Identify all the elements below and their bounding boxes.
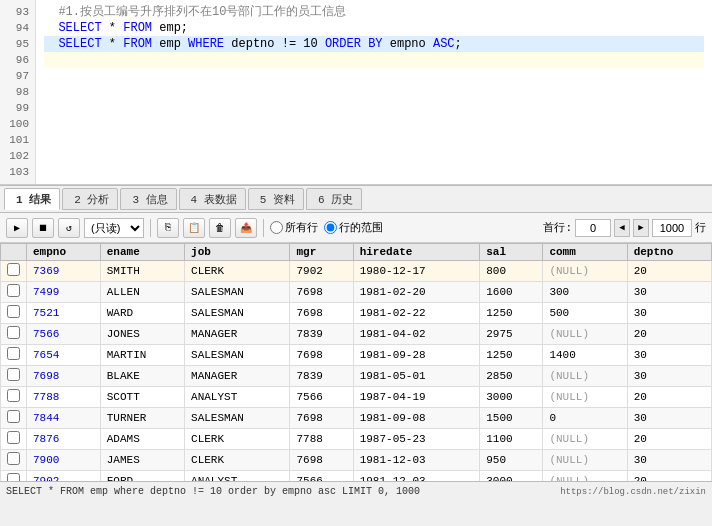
col-header-check[interactable] [1, 244, 27, 261]
cell-empno: 7654 [27, 345, 101, 366]
separator-1 [150, 219, 151, 237]
col-header-ename[interactable]: ename [100, 244, 184, 261]
toolbar-btn-copy[interactable]: ⎘ [157, 218, 179, 238]
col-header-deptno[interactable]: deptno [627, 244, 711, 261]
cell-deptno: 30 [627, 345, 711, 366]
toolbar-btn-paste[interactable]: 📋 [183, 218, 205, 238]
radio-range-input[interactable] [324, 221, 337, 234]
cell-job: ANALYST [185, 471, 290, 482]
cell-empno: 7521 [27, 303, 101, 324]
table-row[interactable]: 7900JAMESCLERK76981981-12-03950(NULL)30 [1, 450, 712, 471]
table-row[interactable]: 7369SMITHCLERK79021980-12-17800(NULL)20 [1, 261, 712, 282]
row-checkbox[interactable] [1, 366, 27, 387]
row-checkbox[interactable] [1, 408, 27, 429]
toolbar-btn-3[interactable]: ↺ [58, 218, 80, 238]
cell-ename: MARTIN [100, 345, 184, 366]
toolbar-btn-1[interactable]: ▶ [6, 218, 28, 238]
cell-deptno: 30 [627, 450, 711, 471]
col-header-empno[interactable]: empno [27, 244, 101, 261]
table-row[interactable]: 7788SCOTTANALYST75661987-04-193000(NULL)… [1, 387, 712, 408]
col-header-mgr[interactable]: mgr [290, 244, 353, 261]
row-checkbox[interactable] [1, 345, 27, 366]
row-checkbox[interactable] [1, 450, 27, 471]
col-header-comm[interactable]: comm [543, 244, 627, 261]
table-row[interactable]: 7499ALLENSALESMAN76981981-02-20160030030 [1, 282, 712, 303]
cell-comm: 0 [543, 408, 627, 429]
row-checkbox[interactable] [1, 261, 27, 282]
cell-deptno: 20 [627, 324, 711, 345]
cell-deptno: 20 [627, 261, 711, 282]
edit-mode-select[interactable]: (只读)可编辑 [84, 218, 144, 238]
toolbar-btn-delete[interactable]: 🗑 [209, 218, 231, 238]
next-page-btn[interactable]: ▶ [633, 219, 649, 237]
cell-mgr: 7902 [290, 261, 353, 282]
cell-deptno: 30 [627, 408, 711, 429]
firstrow-input[interactable] [575, 219, 611, 237]
tab-history[interactable]: 6 历史 [306, 188, 362, 210]
cell-sal: 3000 [480, 387, 543, 408]
cell-deptno: 20 [627, 387, 711, 408]
radio-all-input[interactable] [270, 221, 283, 234]
cell-comm: (NULL) [543, 261, 627, 282]
cell-deptno: 30 [627, 366, 711, 387]
table-row[interactable]: 7698BLAKEMANAGER78391981-05-012850(NULL)… [1, 366, 712, 387]
sql-preview: SELECT * FROM emp where deptno != 10 ord… [6, 486, 420, 497]
table-row[interactable]: 7566JONESMANAGER78391981-04-022975(NULL)… [1, 324, 712, 345]
result-tab-label: 1 结果 [16, 192, 51, 207]
cell-mgr: 7698 [290, 282, 353, 303]
cell-comm: (NULL) [543, 471, 627, 482]
col-header-job[interactable]: job [185, 244, 290, 261]
cell-hiredate: 1981-12-03 [353, 471, 480, 482]
row-checkbox[interactable] [1, 282, 27, 303]
radio-range-rows[interactable]: 行的范围 [324, 220, 383, 235]
cell-mgr: 7566 [290, 471, 353, 482]
cell-sal: 3000 [480, 471, 543, 482]
table-row[interactable]: 7654MARTINSALESMAN76981981-09-2812501400… [1, 345, 712, 366]
tabledata-tab-label: 4 表数据 [191, 192, 237, 207]
radio-all-label: 所有行 [285, 220, 318, 235]
col-header-sal[interactable]: sal [480, 244, 543, 261]
tab-analysis[interactable]: 2 分析 [62, 188, 118, 210]
status-bar: SELECT * FROM emp where deptno != 10 ord… [0, 481, 712, 501]
history-tab-label: 6 历史 [318, 192, 353, 207]
cell-ename: FORD [100, 471, 184, 482]
row-checkbox[interactable] [1, 387, 27, 408]
cell-mgr: 7788 [290, 429, 353, 450]
table-row[interactable]: 7902FORDANALYST75661981-12-033000(NULL)2… [1, 471, 712, 482]
row-checkbox[interactable] [1, 324, 27, 345]
cell-empno: 7900 [27, 450, 101, 471]
rows-per-page-input[interactable] [652, 219, 692, 237]
cell-job: CLERK [185, 261, 290, 282]
status-url: https://blog.csdn.net/zixin [560, 487, 706, 497]
tab-tabledata[interactable]: 4 表数据 [179, 188, 246, 210]
col-header-hiredate[interactable]: hiredate [353, 244, 480, 261]
table-row[interactable]: 7521WARDSALESMAN76981981-02-22125050030 [1, 303, 712, 324]
cell-sal: 950 [480, 450, 543, 471]
radio-all-rows[interactable]: 所有行 [270, 220, 318, 235]
row-checkbox[interactable] [1, 471, 27, 482]
row-checkbox[interactable] [1, 429, 27, 450]
tab-info[interactable]: 3 信息 [120, 188, 176, 210]
cell-job: SALESMAN [185, 408, 290, 429]
cell-hiredate: 1981-04-02 [353, 324, 480, 345]
row-checkbox[interactable] [1, 303, 27, 324]
tab-data[interactable]: 5 资料 [248, 188, 304, 210]
table-row[interactable]: 7844TURNERSALESMAN76981981-09-081500030 [1, 408, 712, 429]
toolbar-btn-2[interactable]: ⏹ [32, 218, 54, 238]
cell-job: ANALYST [185, 387, 290, 408]
prev-page-btn[interactable]: ◀ [614, 219, 630, 237]
code-content[interactable]: #1.按员工编号升序排列不在10号部门工作的员工信息 SELECT * FROM… [36, 0, 712, 184]
cell-deptno: 20 [627, 471, 711, 482]
firstrow-group: 首行: ◀ ▶ 行 [543, 219, 706, 237]
code-editor[interactable]: 93949596979899100101102103104 #1.按员工编号升序… [0, 0, 712, 185]
cell-mgr: 7698 [290, 345, 353, 366]
cell-hiredate: 1981-09-28 [353, 345, 480, 366]
cell-deptno: 30 [627, 282, 711, 303]
rows-suffix-label: 行 [695, 220, 706, 235]
cell-hiredate: 1981-05-01 [353, 366, 480, 387]
result-toolbar: ▶ ⏹ ↺ (只读)可编辑 ⎘ 📋 🗑 📤 所有行 行的范围 首行: ◀ ▶ 行 [0, 213, 712, 243]
toolbar-btn-export[interactable]: 📤 [235, 218, 257, 238]
tab-result[interactable]: 1 结果 [4, 188, 60, 210]
table-row[interactable]: 7876ADAMSCLERK77881987-05-231100(NULL)20 [1, 429, 712, 450]
cell-ename: TURNER [100, 408, 184, 429]
